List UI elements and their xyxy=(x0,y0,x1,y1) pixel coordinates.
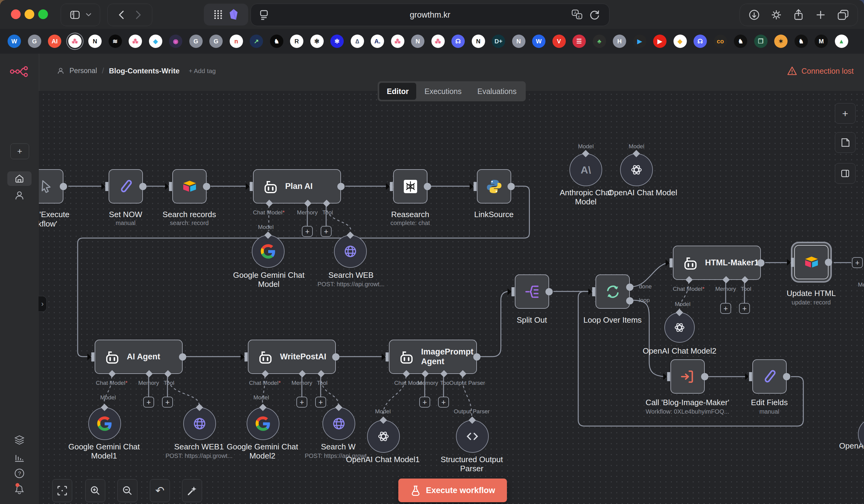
node-ai-agent[interactable]: AI Agent xyxy=(95,340,183,374)
bookmark-favicon[interactable]: M xyxy=(815,35,828,48)
url-text[interactable]: growthm.kr xyxy=(251,10,609,20)
node-search-web[interactable] xyxy=(334,235,367,268)
add-connection-button[interactable]: + xyxy=(162,397,173,408)
bookmark-favicon[interactable]: G xyxy=(28,35,41,48)
node-structured-output-parser[interactable] xyxy=(456,420,489,453)
sidebar-item-notifications[interactable] xyxy=(0,484,39,495)
output-port-done[interactable] xyxy=(626,284,634,291)
sidebar-item-personal[interactable] xyxy=(0,190,39,201)
tab-executions[interactable]: Executions xyxy=(417,83,469,100)
node-linksource[interactable] xyxy=(477,169,511,204)
ai-port-diamond[interactable] xyxy=(164,370,171,377)
tidy-up-button[interactable] xyxy=(182,479,202,502)
node-set-now[interactable] xyxy=(109,169,143,204)
node-openai-chat-model1[interactable] xyxy=(367,420,400,453)
workflow-canvas[interactable]: king 'Executerkflow' Set NOW manual Sear… xyxy=(39,91,864,504)
add-connection-button[interactable]: + xyxy=(321,226,332,237)
breadcrumb-project[interactable]: Personal xyxy=(70,67,97,75)
output-port[interactable] xyxy=(424,183,431,190)
bookmark-favicon[interactable]: ☊ xyxy=(452,35,465,48)
ai-port-diamond[interactable] xyxy=(380,416,387,423)
sidebar-item-templates[interactable] xyxy=(0,434,39,447)
zoom-window-button[interactable] xyxy=(38,9,48,19)
ai-port-diamond[interactable] xyxy=(421,370,429,377)
ai-port-diamond[interactable] xyxy=(468,416,476,423)
translate-icon[interactable]: Ax xyxy=(571,9,584,21)
ai-port-diamond[interactable] xyxy=(196,404,203,411)
output-port[interactable] xyxy=(825,259,832,266)
bookmark-favicon[interactable]: co xyxy=(714,35,727,48)
sidebar-toggle-button[interactable] xyxy=(61,4,100,26)
node-google-gemini-chat-model[interactable] xyxy=(252,235,285,268)
ai-port-diamond[interactable] xyxy=(108,370,116,377)
ai-port-diamond[interactable] xyxy=(101,404,108,411)
gear-icon[interactable] xyxy=(770,9,783,21)
node-html-maker1[interactable]: HTML-Maker1 xyxy=(673,246,761,280)
output-port[interactable] xyxy=(757,259,765,267)
extensions-group-button[interactable] xyxy=(204,4,248,25)
layout-panel-button[interactable] xyxy=(835,163,855,184)
ai-port-diamond[interactable] xyxy=(299,370,306,377)
node-search-web1[interactable] xyxy=(183,407,216,440)
input-port[interactable] xyxy=(250,182,253,191)
bookmark-favicon[interactable]: N xyxy=(512,35,526,48)
node-imagepromptagent[interactable]: ImagePromptAgent xyxy=(389,340,477,374)
bookmark-favicon[interactable]: ◆ xyxy=(673,35,687,48)
node-openai-chat-model2[interactable] xyxy=(664,312,695,343)
tab-editor[interactable]: Editor xyxy=(379,83,416,100)
ai-port-diamond[interactable] xyxy=(262,370,269,377)
minimize-window-button[interactable] xyxy=(25,9,34,19)
ai-port-diamond[interactable] xyxy=(264,231,272,239)
add-tag-button[interactable]: + Add tag xyxy=(189,67,216,75)
bookmark-favicon[interactable]: ◆ xyxy=(149,35,162,48)
bookmark-favicon[interactable]: R xyxy=(290,35,303,48)
ai-port-diamond[interactable] xyxy=(676,309,683,316)
bookmark-favicon[interactable]: AI xyxy=(48,35,61,48)
share-icon[interactable] xyxy=(792,9,805,21)
reload-icon[interactable] xyxy=(589,9,600,21)
add-connection-button[interactable]: + xyxy=(419,397,430,408)
bookmark-favicon[interactable]: ∆ xyxy=(351,35,364,48)
ai-port-diamond[interactable] xyxy=(582,150,589,157)
input-port[interactable] xyxy=(91,352,94,361)
ai-port-diamond[interactable] xyxy=(259,404,266,411)
output-port[interactable] xyxy=(337,183,345,190)
input-port[interactable] xyxy=(169,182,172,191)
output-port[interactable] xyxy=(701,373,708,380)
add-workflow-button[interactable]: + xyxy=(10,144,29,159)
add-node-button[interactable]: + xyxy=(835,103,855,124)
node-call-blog-image-maker[interactable] xyxy=(670,359,705,394)
bookmark-favicon[interactable]: ♞ xyxy=(794,35,808,48)
bookmark-favicon[interactable]: ⁂ xyxy=(431,35,445,48)
bookmark-favicon[interactable]: D+ xyxy=(492,35,505,48)
bookmark-favicon[interactable]: G xyxy=(209,35,223,48)
tab-overview-icon[interactable] xyxy=(836,9,850,21)
input-port[interactable] xyxy=(670,258,673,268)
output-port[interactable] xyxy=(203,183,210,190)
bookmark-favicon[interactable]: N xyxy=(472,35,485,48)
ai-port-diamond[interactable] xyxy=(304,199,311,207)
input-port[interactable] xyxy=(791,258,794,267)
bookmark-favicon[interactable]: ▶ xyxy=(653,35,667,48)
add-connection-button[interactable]: + xyxy=(739,303,750,314)
input-port[interactable] xyxy=(512,287,515,296)
add-connection-button[interactable]: + xyxy=(143,397,154,408)
bookmark-favicon[interactable]: ◉ xyxy=(169,35,182,48)
node-execute-workflow-trigger[interactable] xyxy=(39,169,63,204)
input-port[interactable] xyxy=(473,182,477,191)
new-tab-icon[interactable] xyxy=(814,9,827,21)
node-google-gemini-chat-model2[interactable] xyxy=(247,407,279,440)
ai-port-diamond[interactable] xyxy=(346,231,354,239)
node-update-html[interactable] xyxy=(794,245,828,279)
bookmark-favicon[interactable]: W xyxy=(8,35,21,48)
output-port[interactable] xyxy=(332,353,339,360)
add-connection-button[interactable]: + xyxy=(302,226,313,237)
bookmark-favicon[interactable]: ♞ xyxy=(734,35,747,48)
bookmark-favicon[interactable]: V xyxy=(552,35,566,48)
zoom-to-fit-button[interactable] xyxy=(52,479,72,502)
undo-button[interactable]: ↶ xyxy=(150,479,170,502)
output-port[interactable] xyxy=(783,373,790,380)
bookmark-favicon[interactable]: N xyxy=(411,35,424,48)
ai-port-diamond[interactable] xyxy=(403,370,410,377)
add-connection-button[interactable]: + xyxy=(296,397,307,408)
